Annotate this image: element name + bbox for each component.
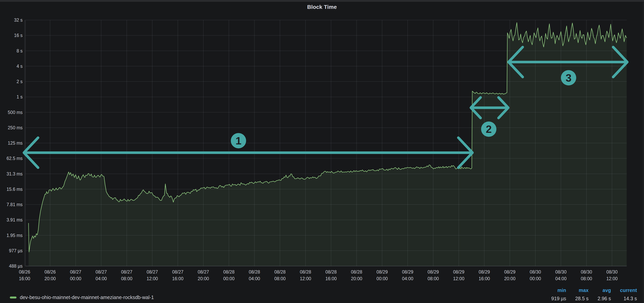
x-tick-time: 16:00 xyxy=(478,276,490,281)
x-tick-time: 12:00 xyxy=(453,276,464,281)
x-tick-date: 08/30 xyxy=(530,270,541,274)
y-tick-label: 4 s xyxy=(16,64,22,69)
x-tick-date: 08/26 xyxy=(19,270,30,274)
block-time-chart[interactable]: 32 s16 s8 s4 s2 s1 s500 ms250 ms125 ms62… xyxy=(0,0,644,303)
y-tick-label: 250 ms xyxy=(8,125,22,130)
x-tick-date: 08/29 xyxy=(376,270,388,274)
x-tick-date: 08/29 xyxy=(402,270,413,274)
legend-stat-value-avg: 2.96 s xyxy=(598,296,611,302)
badge-number: 1 xyxy=(236,135,242,146)
x-tick-date: 08/28 xyxy=(300,270,311,274)
legend-stat-value-max: 28.5 s xyxy=(575,296,588,302)
legend-stat-header-min[interactable]: min xyxy=(551,288,566,293)
legend-row: dev-besu-ohio-mainnet-dev-mainnet-amezia… xyxy=(10,294,154,300)
x-tick-date: 08/30 xyxy=(606,270,618,274)
annotation-badge-1: 1 xyxy=(231,133,246,148)
x-axis-labels: 08/2616:0008/2620:0008/2700:0008/2704:00… xyxy=(19,270,618,281)
x-tick-time: 12:00 xyxy=(146,276,158,281)
y-tick-label: 977 µs xyxy=(9,248,22,253)
x-tick-time: 08:00 xyxy=(274,276,286,281)
x-tick-time: 04:00 xyxy=(249,276,260,281)
panel-right-edge xyxy=(643,2,644,303)
x-tick-date: 08/29 xyxy=(453,270,464,274)
x-tick-time: 20:00 xyxy=(44,276,56,281)
x-tick-time: 20:00 xyxy=(351,276,362,281)
x-tick-time: 04:00 xyxy=(402,276,413,281)
x-tick-date: 08/27 xyxy=(146,270,158,274)
y-tick-label: 1 s xyxy=(16,94,22,100)
x-tick-time: 12:00 xyxy=(300,276,311,281)
x-tick-time: 20:00 xyxy=(504,276,516,281)
x-tick-date: 08/30 xyxy=(581,270,592,274)
y-tick-label: 31.3 ms xyxy=(6,171,22,176)
annotation-badge-3: 3 xyxy=(561,70,576,86)
y-tick-label: 1.95 ms xyxy=(6,233,22,238)
badge-number: 3 xyxy=(566,72,572,84)
x-tick-time: 12:00 xyxy=(606,276,618,281)
y-tick-label: 488 µs xyxy=(9,264,22,268)
x-tick-time: 00:00 xyxy=(376,276,388,281)
x-tick-date: 08/28 xyxy=(351,270,362,274)
x-tick-date: 08/27 xyxy=(96,270,107,274)
x-tick-time: 00:00 xyxy=(530,276,541,281)
legend-stat-header-max[interactable]: max xyxy=(575,288,588,293)
legend-stat-value-current: 14.3 s xyxy=(620,296,637,302)
x-tick-date: 08/28 xyxy=(249,270,260,274)
x-tick-date: 08/27 xyxy=(121,270,132,274)
y-tick-label: 3.91 ms xyxy=(6,217,22,222)
x-tick-date: 08/29 xyxy=(428,270,439,274)
legend-stats: min max avg current 919 µs 28.5 s 2.96 s… xyxy=(551,288,637,302)
y-tick-label: 125 ms xyxy=(8,140,22,146)
x-tick-time: 16:00 xyxy=(325,276,337,281)
x-tick-date: 08/28 xyxy=(223,270,234,274)
x-tick-date: 08/30 xyxy=(555,270,566,274)
x-tick-time: 00:00 xyxy=(70,276,81,281)
legend-series-swatch-icon[interactable] xyxy=(10,296,16,298)
y-tick-label: 2 s xyxy=(16,79,22,84)
x-tick-date: 08/28 xyxy=(325,270,337,274)
annotation-badge-2: 2 xyxy=(481,122,496,137)
x-tick-time: 16:00 xyxy=(19,276,30,281)
x-tick-date: 08/26 xyxy=(44,270,56,274)
series-area xyxy=(28,22,627,266)
legend-series-label[interactable]: dev-besu-ohio-mainnet-dev-mainnet-amezia… xyxy=(20,294,154,300)
x-tick-date: 08/29 xyxy=(478,270,490,274)
x-tick-date: 08/29 xyxy=(504,270,516,274)
x-tick-time: 20:00 xyxy=(198,276,209,281)
x-tick-time: 08:00 xyxy=(121,276,132,281)
legend-stat-value-min: 919 µs xyxy=(551,296,566,302)
x-tick-time: 16:00 xyxy=(172,276,184,281)
y-tick-label: 7.81 ms xyxy=(6,202,22,207)
x-tick-time: 04:00 xyxy=(96,276,107,281)
y-tick-label: 62.5 ms xyxy=(6,156,22,161)
x-tick-time: 04:00 xyxy=(555,276,566,281)
x-tick-time: 08:00 xyxy=(428,276,439,281)
y-tick-label: 32 s xyxy=(14,18,22,22)
y-tick-label: 500 ms xyxy=(8,110,22,115)
badge-number: 2 xyxy=(486,123,492,135)
x-tick-time: 00:00 xyxy=(223,276,234,281)
y-axis-labels: 32 s16 s8 s4 s2 s1 s500 ms250 ms125 ms62… xyxy=(6,18,22,268)
x-tick-date: 08/27 xyxy=(198,270,209,274)
legend-stat-header-current[interactable]: current xyxy=(620,288,637,293)
y-tick-label: 16 s xyxy=(14,33,22,38)
x-tick-date: 08/27 xyxy=(70,270,81,274)
y-tick-label: 15.6 ms xyxy=(6,187,22,192)
x-tick-date: 08/28 xyxy=(274,270,286,274)
y-tick-label: 8 s xyxy=(16,48,22,54)
legend-stat-header-avg[interactable]: avg xyxy=(598,288,611,293)
annotation-arrow-1 xyxy=(24,138,472,168)
x-tick-time: 08:00 xyxy=(581,276,592,281)
x-tick-date: 08/27 xyxy=(172,270,184,274)
